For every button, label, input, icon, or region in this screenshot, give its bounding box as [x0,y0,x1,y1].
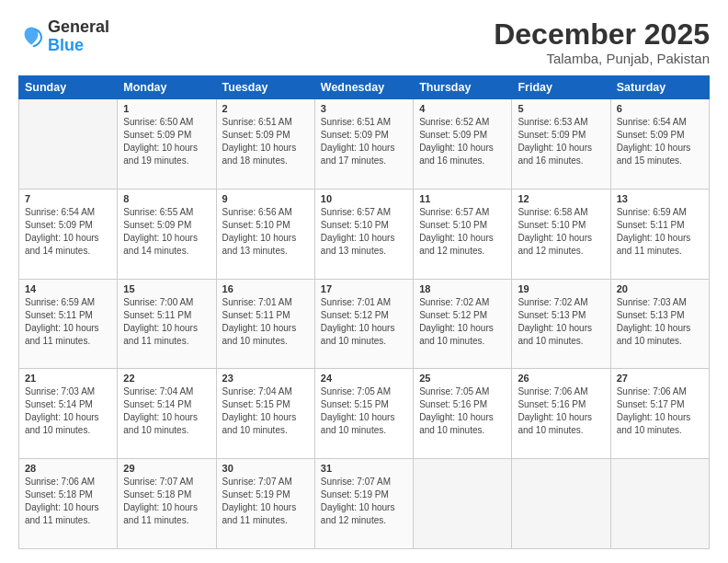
day-number: 5 [518,103,604,114]
day-number: 28 [25,463,111,474]
day-cell: 14Sunrise: 6:59 AM Sunset: 5:11 PM Dayli… [19,279,118,369]
day-number: 26 [518,373,604,384]
day-number: 25 [419,373,506,384]
day-cell: 19Sunrise: 7:02 AM Sunset: 5:13 PM Dayli… [512,279,610,369]
day-cell: 13Sunrise: 6:59 AM Sunset: 5:11 PM Dayli… [610,189,709,279]
logo-text: General Blue [48,18,109,55]
day-info: Sunrise: 7:01 AM Sunset: 5:12 PM Dayligh… [321,296,407,348]
day-info: Sunrise: 7:06 AM Sunset: 5:18 PM Dayligh… [25,476,111,527]
day-info: Sunrise: 7:02 AM Sunset: 5:13 PM Dayligh… [518,296,604,348]
day-cell: 24Sunrise: 7:05 AM Sunset: 5:15 PM Dayli… [314,369,413,459]
day-number: 2 [222,103,309,114]
day-number: 8 [123,193,210,204]
day-number: 14 [25,283,111,294]
logo-line1: General [48,18,109,37]
day-info: Sunrise: 7:05 AM Sunset: 5:15 PM Dayligh… [321,385,407,437]
day-cell: 4Sunrise: 6:52 AM Sunset: 5:09 PM Daylig… [414,99,512,190]
logo-line2: Blue [48,37,109,55]
day-info: Sunrise: 7:02 AM Sunset: 5:12 PM Dayligh… [419,296,506,348]
logo-icon [18,24,44,50]
calendar-body: 1Sunrise: 6:50 AM Sunset: 5:09 PM Daylig… [19,99,710,549]
day-number: 27 [617,373,703,384]
calendar-table: SundayMondayTuesdayWednesdayThursdayFrid… [18,75,710,549]
day-number: 3 [321,103,407,114]
day-number: 16 [222,283,309,294]
day-cell: 12Sunrise: 6:58 AM Sunset: 5:10 PM Dayli… [512,189,610,279]
day-cell: 6Sunrise: 6:54 AM Sunset: 5:09 PM Daylig… [610,99,709,190]
day-info: Sunrise: 6:54 AM Sunset: 5:09 PM Dayligh… [617,116,703,167]
day-info: Sunrise: 6:58 AM Sunset: 5:10 PM Dayligh… [518,206,604,258]
day-info: Sunrise: 7:05 AM Sunset: 5:16 PM Dayligh… [419,385,506,437]
week-row-1: 1Sunrise: 6:50 AM Sunset: 5:09 PM Daylig… [19,99,710,190]
day-info: Sunrise: 7:03 AM Sunset: 5:13 PM Dayligh… [617,296,703,348]
day-number: 22 [123,373,210,384]
day-number: 7 [25,193,111,204]
day-cell: 27Sunrise: 7:06 AM Sunset: 5:17 PM Dayli… [610,369,709,459]
logo: General Blue [18,18,109,55]
day-cell: 28Sunrise: 7:06 AM Sunset: 5:18 PM Dayli… [19,459,118,549]
header-cell-monday: Monday [118,76,216,99]
header-cell-thursday: Thursday [414,76,512,99]
day-info: Sunrise: 6:59 AM Sunset: 5:11 PM Dayligh… [25,296,111,348]
day-cell: 1Sunrise: 6:50 AM Sunset: 5:09 PM Daylig… [118,99,216,190]
day-info: Sunrise: 6:57 AM Sunset: 5:10 PM Dayligh… [321,206,407,258]
header-cell-friday: Friday [512,76,610,99]
day-cell: 16Sunrise: 7:01 AM Sunset: 5:11 PM Dayli… [216,279,314,369]
day-info: Sunrise: 7:07 AM Sunset: 5:19 PM Dayligh… [222,476,309,527]
day-cell: 5Sunrise: 6:53 AM Sunset: 5:09 PM Daylig… [512,99,610,190]
day-number: 15 [123,283,210,294]
day-number: 23 [222,373,309,384]
day-cell: 25Sunrise: 7:05 AM Sunset: 5:16 PM Dayli… [414,369,512,459]
day-cell: 8Sunrise: 6:55 AM Sunset: 5:09 PM Daylig… [118,189,216,279]
day-number: 10 [321,193,407,204]
day-info: Sunrise: 6:50 AM Sunset: 5:09 PM Dayligh… [123,116,210,167]
header-row: SundayMondayTuesdayWednesdayThursdayFrid… [19,76,710,99]
day-cell: 7Sunrise: 6:54 AM Sunset: 5:09 PM Daylig… [19,189,118,279]
day-info: Sunrise: 7:07 AM Sunset: 5:19 PM Dayligh… [321,476,407,527]
header-cell-tuesday: Tuesday [216,76,314,99]
day-number: 12 [518,193,604,204]
day-number: 13 [617,193,703,204]
day-info: Sunrise: 7:04 AM Sunset: 5:15 PM Dayligh… [222,385,309,437]
week-row-4: 21Sunrise: 7:03 AM Sunset: 5:14 PM Dayli… [19,369,710,459]
day-cell: 18Sunrise: 7:02 AM Sunset: 5:12 PM Dayli… [414,279,512,369]
day-info: Sunrise: 6:57 AM Sunset: 5:10 PM Dayligh… [419,206,506,258]
day-info: Sunrise: 7:04 AM Sunset: 5:14 PM Dayligh… [123,385,210,437]
header: General Blue December 2025 Talamba, Punj… [18,18,710,66]
day-info: Sunrise: 7:00 AM Sunset: 5:11 PM Dayligh… [123,296,210,348]
day-info: Sunrise: 6:56 AM Sunset: 5:10 PM Dayligh… [222,206,309,258]
day-cell: 3Sunrise: 6:51 AM Sunset: 5:09 PM Daylig… [314,99,413,190]
day-number: 11 [419,193,506,204]
day-info: Sunrise: 7:06 AM Sunset: 5:16 PM Dayligh… [518,385,604,437]
day-cell [414,459,512,549]
day-info: Sunrise: 6:59 AM Sunset: 5:11 PM Dayligh… [617,206,703,258]
day-number: 19 [518,283,604,294]
day-number: 20 [617,283,703,294]
day-info: Sunrise: 6:51 AM Sunset: 5:09 PM Dayligh… [222,116,309,167]
day-info: Sunrise: 7:06 AM Sunset: 5:17 PM Dayligh… [617,385,703,437]
day-cell [19,99,118,190]
day-number: 4 [419,103,506,114]
title-block: December 2025 Talamba, Punjab, Pakistan [494,18,710,66]
day-cell: 23Sunrise: 7:04 AM Sunset: 5:15 PM Dayli… [216,369,314,459]
day-cell: 30Sunrise: 7:07 AM Sunset: 5:19 PM Dayli… [216,459,314,549]
subtitle: Talamba, Punjab, Pakistan [494,51,710,66]
day-number: 17 [321,283,407,294]
day-cell: 10Sunrise: 6:57 AM Sunset: 5:10 PM Dayli… [314,189,413,279]
header-cell-wednesday: Wednesday [314,76,413,99]
day-cell: 31Sunrise: 7:07 AM Sunset: 5:19 PM Dayli… [314,459,413,549]
day-info: Sunrise: 7:07 AM Sunset: 5:18 PM Dayligh… [123,476,210,527]
header-cell-sunday: Sunday [19,76,118,99]
day-cell: 17Sunrise: 7:01 AM Sunset: 5:12 PM Dayli… [314,279,413,369]
day-number: 30 [222,463,309,474]
day-number: 21 [25,373,111,384]
day-cell [512,459,610,549]
day-info: Sunrise: 6:53 AM Sunset: 5:09 PM Dayligh… [518,116,604,167]
day-cell: 9Sunrise: 6:56 AM Sunset: 5:10 PM Daylig… [216,189,314,279]
day-number: 29 [123,463,210,474]
day-number: 18 [419,283,506,294]
day-info: Sunrise: 6:51 AM Sunset: 5:09 PM Dayligh… [321,116,407,167]
day-info: Sunrise: 6:55 AM Sunset: 5:09 PM Dayligh… [123,206,210,258]
calendar-header: SundayMondayTuesdayWednesdayThursdayFrid… [19,76,710,99]
day-info: Sunrise: 7:01 AM Sunset: 5:11 PM Dayligh… [222,296,309,348]
